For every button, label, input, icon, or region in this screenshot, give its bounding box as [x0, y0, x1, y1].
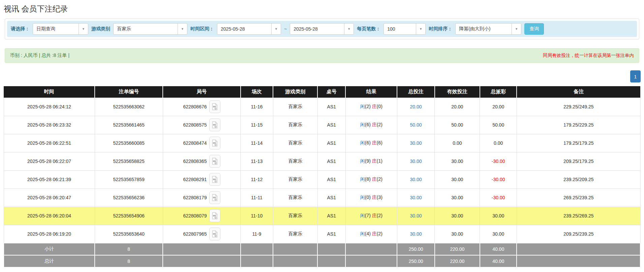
total-bet-link[interactable]: 30.00	[410, 159, 422, 164]
cell-bet-id: 522535657859	[95, 170, 163, 189]
video-file-icon	[212, 212, 218, 219]
summary-empty-cell	[273, 243, 317, 255]
round-id: 622808474	[183, 140, 207, 146]
table-row[interactable]: 2025-05-28 06:19:20522535653640622807965…	[4, 225, 640, 243]
video-icon-button[interactable]	[209, 118, 220, 131]
total-bet-link[interactable]: 30.00	[410, 213, 422, 218]
cell-session: 11-16	[241, 98, 273, 116]
table-row[interactable]: 2025-05-28 06:20:47522535656236622808179…	[4, 189, 640, 207]
cell-table-no: AS1	[317, 134, 345, 152]
result-banker-label: 庄	[372, 104, 377, 109]
cell-valid-bet: 30.00	[435, 170, 480, 189]
column-header: 桌号	[317, 86, 345, 98]
cell-bet-id: 522535656236	[95, 189, 163, 207]
column-header: 结果	[345, 86, 397, 98]
cell-round: 622808474	[163, 134, 240, 152]
cell-session: 11-12	[241, 170, 273, 189]
chevron-down-icon: ▼	[271, 24, 281, 34]
table-row[interactable]: 2025-05-28 06:22:51522535660085622808474…	[4, 134, 640, 152]
page-size-select[interactable]: 100 ▼	[384, 23, 426, 35]
cell-valid-bet: 30.00	[435, 189, 480, 207]
table-row[interactable]: 2025-05-28 06:20:04522535654906622808079…	[4, 207, 640, 225]
total-bet-link[interactable]: 20.00	[410, 104, 422, 109]
cell-payout: 30.00	[480, 225, 517, 243]
video-file-icon	[212, 121, 218, 129]
result-banker-value: (2)	[377, 176, 382, 182]
chevron-down-icon: ▼	[79, 24, 88, 34]
result-player-value: (0)	[365, 195, 371, 200]
cell-table-no: AS1	[317, 225, 345, 243]
sort-order-select[interactable]: 降冪(由大到小) ▼	[455, 23, 521, 35]
round-group: 622808079	[183, 209, 220, 222]
search-button[interactable]: 查询	[524, 23, 544, 35]
video-icon-button[interactable]	[209, 137, 220, 149]
total-bet-link[interactable]: 50.00	[410, 122, 422, 128]
summary-payout: 40.00	[480, 243, 517, 255]
table-row[interactable]: 2025-05-28 06:23:32522535661465622808575…	[4, 116, 640, 134]
cell-valid-bet: 0.00	[435, 134, 480, 152]
video-file-icon	[212, 176, 218, 183]
video-icon-button[interactable]	[209, 100, 220, 113]
round-id: 622808676	[183, 104, 207, 109]
cell-game-type: 百家乐	[273, 207, 317, 225]
total-bet-link[interactable]: 30.00	[410, 177, 422, 182]
video-file-icon	[212, 139, 218, 147]
table-header-row: 时间注单编号局号场次游戏类别桌号结果总投注有效投注总派彩备注	[4, 86, 640, 98]
cell-total-bet: 20.00	[397, 98, 434, 116]
cell-remark: 229.25/249.25	[517, 98, 640, 116]
cell-game-type: 百家乐	[273, 189, 317, 207]
sort-order-label: 时间排序：	[429, 26, 452, 32]
time-range-label: 时间区间：	[190, 26, 214, 32]
query-type-label: 请选择：	[11, 26, 30, 32]
game-type-select[interactable]: 百家乐 ▼	[113, 23, 187, 35]
date-to-select[interactable]: 2025-05-28 ▼	[290, 23, 354, 35]
date-from-select[interactable]: 2025-05-28 ▼	[217, 23, 281, 35]
summary-empty-cell	[317, 255, 345, 267]
date-range-tilde: ~	[284, 26, 287, 32]
result-player-value: (8)	[365, 176, 371, 182]
result-banker-label: 庄	[372, 176, 377, 182]
cell-session: 11-13	[241, 152, 273, 170]
cell-bet-id: 522535654906	[95, 207, 163, 225]
result-player-label: 闲	[360, 140, 365, 145]
cell-table-no: AS1	[317, 170, 345, 189]
table-row[interactable]: 2025-05-28 06:22:07522535658825622808365…	[4, 152, 640, 170]
summary-label: 小计	[4, 243, 95, 255]
cell-payout: -30.00	[480, 189, 517, 207]
pagination: 1	[3, 70, 641, 82]
summary-valid-bet: 220.00	[435, 255, 480, 267]
round-id: 622808575	[183, 122, 207, 128]
column-header: 场次	[241, 86, 273, 98]
cell-bet-id: 522535661465	[95, 116, 163, 134]
video-icon-button[interactable]	[209, 191, 220, 204]
query-type-select[interactable]: 日期查询 ▼	[33, 23, 88, 35]
pagination-page-1[interactable]: 1	[630, 70, 641, 82]
cell-round: 622808079	[163, 207, 240, 225]
result-banker-value: (1)	[377, 158, 382, 164]
chevron-down-icon: ▼	[512, 24, 521, 34]
table-row[interactable]: 2025-05-28 06:24:12522535663062622808676…	[4, 98, 640, 116]
total-bet-link[interactable]: 30.00	[410, 140, 422, 146]
summary-bar: 币别 : 人民币 | 总共 :8 注单 | 同局有效投注，统一计算在该局第一张注…	[5, 48, 639, 63]
video-icon-button[interactable]	[209, 155, 220, 168]
round-id: 622808365	[183, 159, 207, 164]
video-icon-button[interactable]	[209, 173, 220, 186]
result-player-label: 闲	[360, 176, 365, 182]
result-player-label: 闲	[360, 104, 365, 109]
cell-bet-id: 522535658825	[95, 152, 163, 170]
cell-payout: 50.00	[480, 116, 517, 134]
cell-table-no: AS1	[317, 207, 345, 225]
table-row[interactable]: 2025-05-28 06:21:39522535657859622808291…	[4, 170, 640, 189]
cell-bet-id: 522535653640	[95, 225, 163, 243]
cell-table-no: AS1	[317, 116, 345, 134]
cell-round: 622808575	[163, 116, 240, 134]
total-bet-link[interactable]: 30.00	[410, 195, 422, 200]
cell-total-bet: 30.00	[397, 207, 434, 225]
video-icon-button[interactable]	[209, 209, 220, 222]
total-bet-link[interactable]: 30.00	[410, 231, 422, 237]
cell-round: 622808291	[163, 170, 240, 189]
summary-empty-cell	[163, 255, 240, 267]
summary-empty-cell	[517, 243, 640, 255]
video-icon-button[interactable]	[209, 228, 220, 240]
page-size-label: 每页笔数：	[357, 26, 380, 32]
